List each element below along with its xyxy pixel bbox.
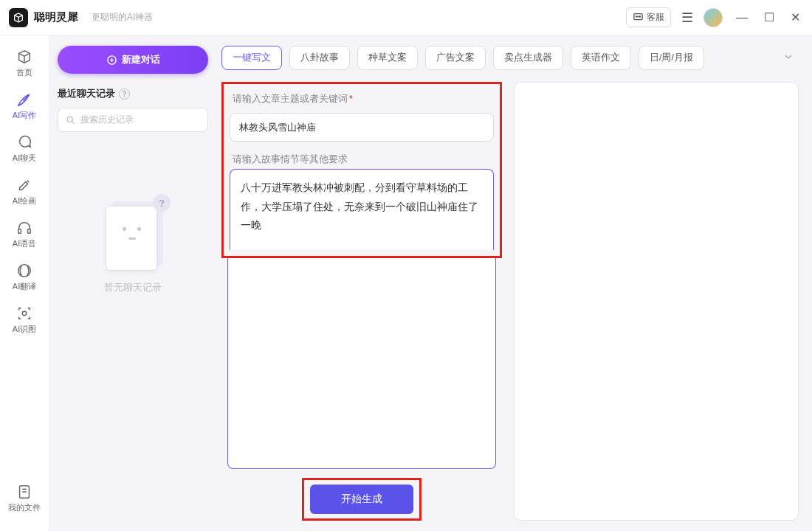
preview-panel — [514, 82, 799, 521]
sidebar-item-label: AI绘画 — [13, 195, 36, 206]
tab-report[interactable]: 日/周/月报 — [639, 46, 704, 70]
plus-circle-icon — [106, 55, 117, 66]
empty-state: ? 暂无聊天记录 — [58, 198, 208, 294]
sidebar-item-label: AI语音 — [13, 238, 36, 249]
app-logo-icon — [9, 8, 28, 27]
tab-gossip-story[interactable]: 八卦故事 — [289, 46, 350, 70]
chat-bubble-icon — [633, 12, 644, 23]
tab-selling-point[interactable]: 卖点生成器 — [493, 46, 563, 70]
form-column: 请输入文章主题或者关键词* 请输入故事情节等其他要求 八十万进军教头林冲被刺配，… — [221, 82, 502, 521]
quill-icon — [16, 91, 32, 108]
tab-ad-copy[interactable]: 广告文案 — [425, 46, 486, 70]
sidebar-item-label: 首页 — [16, 67, 32, 78]
recent-chats-title: 最近聊天记录 ? — [58, 87, 208, 100]
detail-label: 请输入故事情节等其他要求 — [233, 153, 494, 166]
search-placeholder: 搜索历史记录 — [80, 114, 134, 126]
sidebar: 首页 AI写作 AI聊天 AI绘画 AI语音 AI翻译 AI识图 我的文件 — [0, 35, 49, 531]
topic-input[interactable] — [230, 113, 494, 142]
search-input[interactable]: 搜索历史记录 — [58, 108, 208, 132]
avatar[interactable] — [703, 8, 723, 27]
svg-point-4 — [638, 16, 639, 17]
cube-icon — [16, 49, 32, 65]
svg-rect-8 — [18, 229, 21, 234]
sidebar-item-label: AI聊天 — [13, 153, 36, 164]
logo-area: 聪明灵犀 更聪明的AI神器 — [9, 8, 153, 27]
menu-icon[interactable]: ☰ — [681, 10, 693, 26]
generate-button[interactable]: 开始生成 — [310, 485, 413, 514]
svg-point-18 — [67, 117, 72, 122]
support-button[interactable]: 客服 — [626, 7, 671, 27]
sidebar-item-voice[interactable]: AI语音 — [4, 215, 44, 254]
sidebar-item-home[interactable]: 首页 — [4, 44, 44, 83]
minimize-button[interactable]: — — [733, 11, 751, 24]
sidebar-item-label: 我的文件 — [8, 502, 41, 513]
tab-one-click-write[interactable]: 一键写文 — [221, 46, 282, 70]
chat-icon — [16, 134, 32, 150]
app-tagline: 更聪明的AI神器 — [92, 11, 153, 24]
support-label: 客服 — [647, 11, 664, 24]
new-chat-button[interactable]: 新建对话 — [58, 46, 208, 74]
sidebar-item-writing[interactable]: AI写作 — [4, 87, 44, 125]
tab-english-essay[interactable]: 英语作文 — [571, 46, 631, 70]
help-icon[interactable]: ? — [119, 88, 130, 100]
app-name: 聪明灵犀 — [34, 10, 78, 24]
left-panel: 新建对话 最近聊天记录 ? 搜索历史记录 ? 暂无聊天记录 — [49, 35, 217, 531]
file-icon — [16, 484, 32, 500]
highlight-box-generate: 开始生成 — [302, 478, 422, 521]
sidebar-item-label: AI写作 — [13, 110, 36, 121]
brush-icon — [16, 177, 32, 193]
new-chat-label: 新建对话 — [122, 53, 160, 66]
sidebar-item-image[interactable]: AI识图 — [4, 301, 44, 339]
headphones-icon — [16, 220, 32, 236]
translate-icon — [16, 263, 32, 279]
maximize-button[interactable]: ☐ — [761, 10, 777, 24]
sidebar-item-translate[interactable]: AI翻译 — [4, 258, 44, 296]
main-content: 一键写文 八卦故事 种草文案 广告文案 卖点生成器 英语作文 日/周/月报 请输… — [217, 35, 812, 531]
recent-title-text: 最近聊天记录 — [58, 87, 115, 100]
close-button[interactable]: ✕ — [788, 10, 803, 24]
svg-point-3 — [636, 16, 636, 17]
svg-line-19 — [72, 121, 74, 123]
empty-illustration: ? — [100, 198, 166, 272]
chevron-down-icon — [782, 51, 794, 63]
sidebar-item-chat[interactable]: AI聊天 — [4, 130, 44, 168]
tab-seeding-copy[interactable]: 种草文案 — [357, 46, 418, 70]
topic-label: 请输入文章主题或者关键词* — [233, 93, 494, 105]
question-bubble-icon: ? — [153, 194, 171, 212]
svg-rect-9 — [28, 229, 31, 234]
svg-point-11 — [22, 311, 27, 316]
detail-textarea[interactable] — [227, 258, 496, 469]
sidebar-item-label: AI翻译 — [13, 281, 36, 292]
detail-visible-text: 八十万进军教头林冲被刺配，分到看守草料场的工作，大学压塌了住处，无奈来到一个破旧… — [230, 169, 494, 250]
header-right: 客服 ☰ — ☐ ✕ — [626, 7, 803, 27]
scan-icon — [16, 305, 32, 322]
sidebar-item-files[interactable]: 我的文件 — [4, 479, 44, 518]
sidebar-item-label: AI识图 — [13, 324, 36, 335]
empty-text: 暂无聊天记录 — [104, 281, 162, 294]
app-header: 聪明灵犀 更聪明的AI神器 客服 ☰ — ☐ ✕ — [0, 0, 812, 35]
sidebar-item-paint[interactable]: AI绘画 — [4, 173, 44, 211]
search-icon — [66, 115, 76, 125]
svg-point-5 — [639, 16, 640, 17]
expand-tabs-button[interactable] — [771, 51, 799, 65]
template-tabs: 一键写文 八卦故事 种草文案 广告文案 卖点生成器 英语作文 日/周/月报 — [221, 46, 799, 70]
highlight-box-inputs: 请输入文章主题或者关键词* 请输入故事情节等其他要求 八十万进军教头林冲被刺配，… — [221, 82, 502, 258]
